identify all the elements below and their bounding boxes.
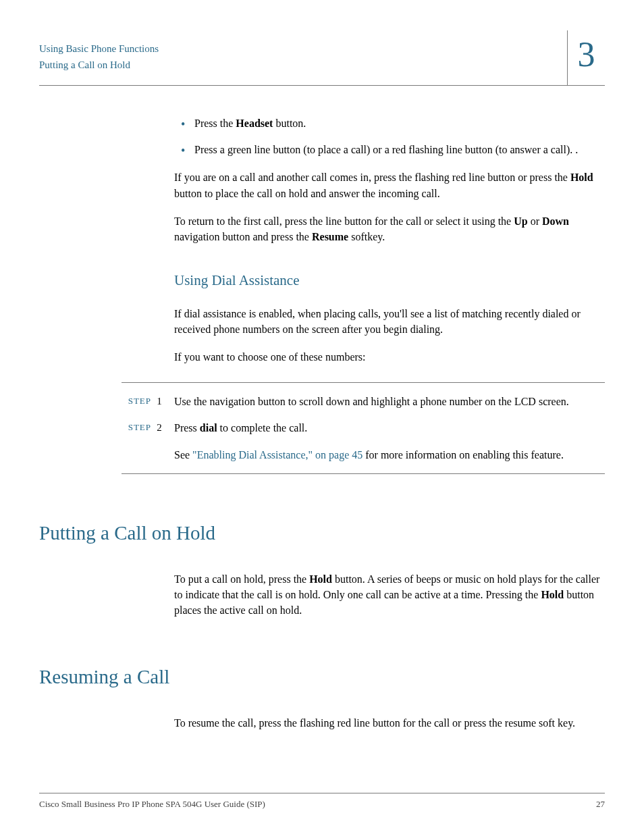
section-resuming-call: Resuming a Call To resume the call, pres… xyxy=(39,662,605,731)
bold-text: Hold xyxy=(541,589,564,600)
document-page: Using Basic Phone Functions Putting a Ca… xyxy=(0,0,644,834)
step-rule-bottom xyxy=(122,473,605,474)
text: or xyxy=(528,215,542,227)
step-label: STEP xyxy=(122,394,151,408)
bullet-item: Press a green line button (to place a ca… xyxy=(174,142,605,157)
paragraph: To return to the first call, press the l… xyxy=(174,213,605,244)
footer-row: Cisco Small Business Pro IP Phone SPA 50… xyxy=(39,799,605,810)
step-followup: See "Enabling Dial Assistance," on page … xyxy=(174,447,605,463)
bold-text: Up xyxy=(514,215,527,227)
section-putting-call-on-hold: Putting a Call on Hold To put a call on … xyxy=(39,519,605,619)
chapter-number: 3 xyxy=(568,30,605,79)
page-content: Press the Headset button. Press a green … xyxy=(174,115,605,731)
section-heading: Resuming a Call xyxy=(39,662,605,691)
text: button. xyxy=(273,118,306,129)
step-text: Press dial to complete the call. xyxy=(167,420,605,436)
step-number: 1 xyxy=(151,394,167,409)
text: Press the xyxy=(194,118,236,129)
cross-reference-link[interactable]: "Enabling Dial Assistance," on page 45 xyxy=(192,449,363,461)
footer-rule xyxy=(39,793,605,793)
page-number: 27 xyxy=(596,799,605,810)
text: To return to the first call, press the l… xyxy=(174,215,514,227)
text: Press a green line button (to place a ca… xyxy=(194,144,578,155)
bold-text: Hold xyxy=(570,172,593,183)
footer-title: Cisco Small Business Pro IP Phone SPA 50… xyxy=(39,799,265,810)
step-rule-top xyxy=(122,382,605,383)
step-row: STEP 1 Use the navigation button to scro… xyxy=(122,394,605,409)
text: Press xyxy=(174,422,200,434)
step-text: Use the navigation button to scroll down… xyxy=(167,394,605,409)
header-line-1: Using Basic Phone Functions xyxy=(39,41,159,57)
bold-text: dial xyxy=(200,422,217,434)
bullet-list: Press the Headset button. Press a green … xyxy=(174,115,605,157)
bullet-item: Press the Headset button. xyxy=(174,115,605,131)
text: See xyxy=(174,449,192,461)
text: for more information on enabling this fe… xyxy=(363,449,564,461)
paragraph: If you are on a call and another call co… xyxy=(174,170,605,201)
step-number: 2 xyxy=(151,420,167,436)
page-footer: Cisco Small Business Pro IP Phone SPA 50… xyxy=(39,793,605,810)
text: To put a call on hold, press the xyxy=(174,573,309,585)
page-header: Using Basic Phone Functions Putting a Ca… xyxy=(39,37,605,86)
paragraph: To put a call on hold, press the Hold bu… xyxy=(174,571,605,619)
text: softkey. xyxy=(348,231,385,242)
bold-text: Headset xyxy=(236,118,273,129)
bold-text: Hold xyxy=(309,573,332,585)
text: button to place the call on hold and ans… xyxy=(174,188,440,199)
step-block: STEP 1 Use the navigation button to scro… xyxy=(122,382,605,474)
bold-text: Resume xyxy=(312,231,348,242)
subsection-heading: Using Dial Assistance xyxy=(174,270,605,290)
step-row: STEP 2 Press dial to complete the call. xyxy=(122,420,605,436)
bold-text: Down xyxy=(542,215,569,227)
text: to complete the call. xyxy=(217,422,308,434)
chapter-number-box: 3 xyxy=(567,30,605,86)
header-line-2: Putting a Call on Hold xyxy=(39,57,159,73)
text: navigation button and press the xyxy=(174,231,312,242)
paragraph: If dial assistance is enabled, when plac… xyxy=(174,306,605,337)
header-breadcrumb: Using Basic Phone Functions Putting a Ca… xyxy=(39,41,159,73)
section-heading: Putting a Call on Hold xyxy=(39,519,605,547)
paragraph: To resume the call, press the flashing r… xyxy=(174,715,605,731)
text: If you are on a call and another call co… xyxy=(174,172,570,183)
header-rule xyxy=(39,85,567,86)
step-label: STEP xyxy=(122,420,151,434)
paragraph: If you want to choose one of these numbe… xyxy=(174,349,605,365)
